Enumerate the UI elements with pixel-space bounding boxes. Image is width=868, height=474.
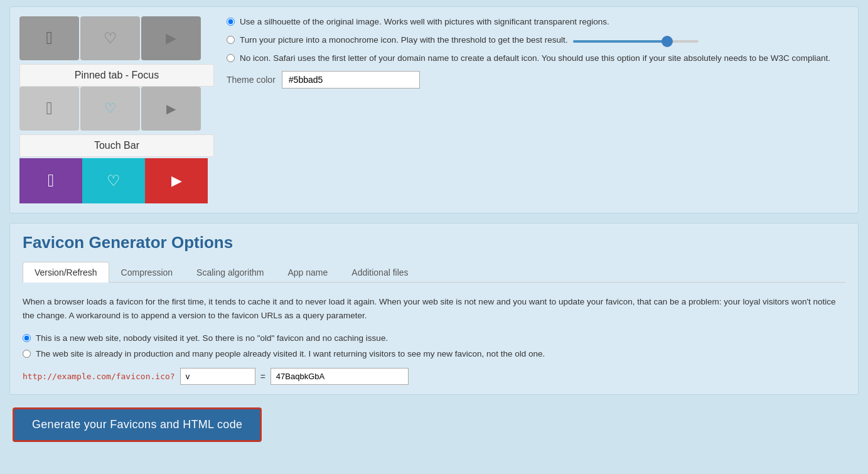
silhouette-text: Use a silhouette of the original image. … [240,16,849,28]
option-silhouette: Use a silhouette of the original image. … [227,16,849,28]
silhouette-radio[interactable] [227,18,235,26]
generate-button-wrapper: Generate your Favicons and HTML code [9,404,859,445]
youtube-icon-cell-red: ▶ [145,158,208,203]
apple-icon-2:  [46,99,52,119]
heart-icon: ♡ [104,30,117,47]
hash-input[interactable] [271,368,409,385]
theme-color-label: Theme color [227,75,276,85]
pinned-tab-icons-bottom:  ♡ ▶ [19,87,214,131]
apple-icon-cell-light:  [19,87,79,131]
tab-app-name[interactable]: App name [276,262,340,283]
pinned-tab-icons-top:  ♡ ▶ [19,16,214,60]
youtube-icon-cell-gray: ▶ [141,16,201,60]
new-website-option: This is a new web site, nobody visited i… [23,333,845,343]
touch-bar-icons:  ♡ ▶ [19,158,214,203]
heart-icon-2: ♡ [104,100,117,117]
option-monochrome: Turn your picture into a monochrome icon… [227,35,849,46]
top-section:  ♡ ▶ Pinned tab - Focus  ♡ [9,6,859,213]
touch-bar-label: Touch Bar [19,134,214,157]
version-description: When a browser loads a favicon for the f… [23,295,845,322]
tab-scaling-algorithm[interactable]: Scaling algorithm [185,262,276,283]
production-website-text: The web site is already in production an… [36,349,545,358]
theme-color-row: Theme color [227,71,849,89]
threshold-slider-track[interactable] [573,40,699,43]
heart-icon-cell-gray: ♡ [80,16,140,60]
apple-icon-purple:  [48,171,54,191]
monochrome-text: Turn your picture into a monochrome icon… [240,35,849,46]
version-row: http://example.com/favicon.ico? = [23,368,845,385]
slider-thumb[interactable] [662,36,673,47]
no-icon-radio[interactable] [227,54,235,62]
page-wrapper:  ♡ ▶ Pinned tab - Focus  ♡ [0,0,868,474]
production-website-option: The web site is already in production an… [23,349,845,358]
production-website-radio[interactable] [23,350,31,358]
section-title: Favicon Generator Options [23,233,845,252]
youtube-icon-cell-light: ▶ [141,87,201,131]
monochrome-radio[interactable] [227,36,235,44]
left-panel:  ♡ ▶ Pinned tab - Focus  ♡ [19,16,214,203]
pinned-tab-label: Pinned tab - Focus [19,64,214,87]
theme-color-input[interactable] [282,71,420,89]
url-code: http://example.com/favicon.ico? [23,372,175,381]
heart-icon-cell-light: ♡ [80,87,140,131]
tab-additional-files[interactable]: Additional files [340,262,420,283]
option-no-icon: No icon. Safari uses the first letter of… [227,53,849,65]
youtube-icon-red: ▶ [171,173,182,189]
tab-compression[interactable]: Compression [109,262,185,283]
new-website-text: This is a new web site, nobody visited i… [36,333,388,343]
youtube-icon-2: ▶ [166,101,176,116]
right-panel: Use a silhouette of the original image. … [227,16,849,203]
no-icon-text: No icon. Safari uses the first letter of… [240,53,849,65]
new-website-radio[interactable] [23,334,31,342]
generate-button[interactable]: Generate your Favicons and HTML code [13,407,262,442]
apple-icon-cell-gray:  [19,16,79,60]
tabs-container: Version/Refresh Compression Scaling algo… [23,262,845,283]
slider-fill [573,40,667,43]
favicon-options-section: Favicon Generator Options Version/Refres… [9,223,859,395]
equals-sign: = [260,372,265,382]
version-input[interactable] [180,368,255,385]
apple-icon-cell-purple:  [19,158,82,203]
heart-icon-cyan: ♡ [107,172,121,190]
heart-icon-cell-cyan: ♡ [82,158,145,203]
threshold-slider-container [573,40,699,43]
apple-icon:  [46,28,52,48]
tab-version-refresh[interactable]: Version/Refresh [23,262,109,283]
youtube-icon: ▶ [166,30,176,46]
